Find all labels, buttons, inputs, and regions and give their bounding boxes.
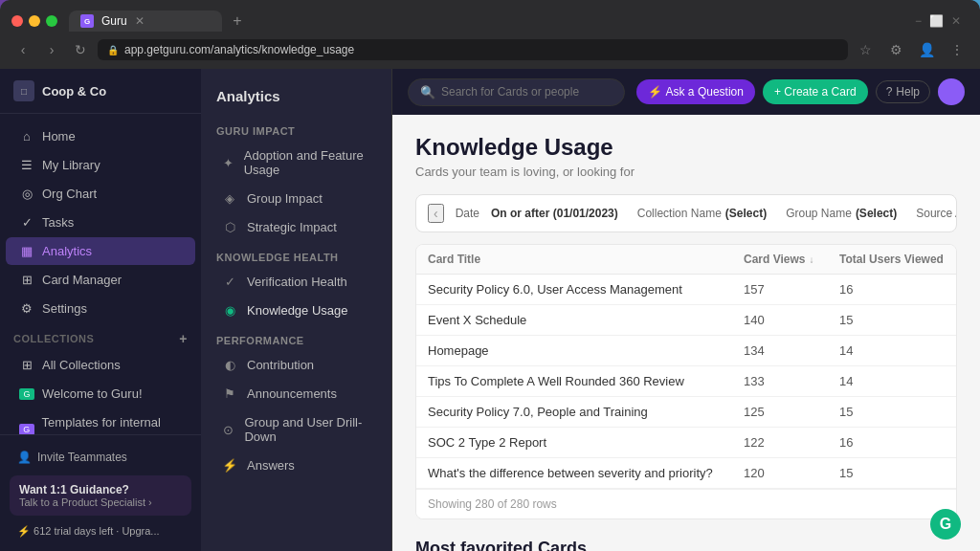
- sidebar-item-templates[interactable]: G Templates for internal co...: [6, 408, 195, 434]
- most-favorited-section: Most favorited Cards See which cards you…: [415, 539, 957, 551]
- mega-item-verification-health[interactable]: ✓ Verification Health: [207, 268, 386, 296]
- window-restore-icon[interactable]: ⬜: [929, 14, 944, 28]
- org-logo: □: [13, 80, 34, 101]
- col-total-users: Total Users Viewed: [839, 253, 945, 266]
- mega-item-announcements[interactable]: ⚑ Announcements: [207, 380, 386, 408]
- lightning-icon: ⚡: [17, 525, 31, 537]
- col-card-views[interactable]: Card Views ↓: [744, 253, 839, 266]
- user-avatar[interactable]: [938, 78, 965, 105]
- invite-teammates-btn[interactable]: 👤 Invite Teammates: [10, 445, 191, 470]
- table-row[interactable]: What's the difference between severity a…: [416, 458, 956, 489]
- row-0-views: 157: [744, 282, 839, 297]
- sidebar-item-home[interactable]: ⌂ Home: [6, 122, 195, 150]
- filter-source-app[interactable]: Source Application (Select): [908, 203, 957, 224]
- new-tab-btn[interactable]: +: [226, 10, 249, 33]
- close-btn[interactable]: [11, 15, 23, 27]
- org-chart-icon: ◎: [19, 187, 34, 201]
- verification-health-label: Verification Health: [247, 275, 347, 289]
- address-bar[interactable]: 🔒 app.getguru.com/analytics/knowledge_us…: [98, 39, 848, 60]
- ask-question-btn[interactable]: ⚡ Ask a Question: [636, 79, 755, 104]
- guru-impact-group-title: Guru Impact: [201, 116, 391, 141]
- card-manager-icon: ⊞: [19, 273, 34, 287]
- mega-item-answers[interactable]: ⚡ Answers: [207, 452, 386, 479]
- traffic-lights: [11, 15, 57, 27]
- add-collection-btn[interactable]: +: [179, 331, 188, 346]
- sort-icon: ↓: [809, 254, 813, 265]
- minimize-btn[interactable]: [29, 15, 40, 27]
- help-btn[interactable]: ? Help: [876, 80, 930, 103]
- sidebar-header: □ Coop & Co: [0, 69, 201, 114]
- mega-item-knowledge-usage[interactable]: ◉ Knowledge Usage: [207, 297, 386, 324]
- window-minimize-icon[interactable]: −: [915, 14, 922, 28]
- row-5-views: 122: [744, 435, 839, 450]
- sidebar-item-all-collections[interactable]: ⊞ All Collections: [6, 351, 195, 379]
- mega-item-contribution[interactable]: ◐ Contribution: [207, 351, 386, 379]
- settings-icon: ⚙: [19, 301, 34, 316]
- sidebar-item-home-label: Home: [42, 129, 76, 143]
- tab-title: Guru: [101, 14, 127, 28]
- filter-collection[interactable]: Collection Name (Select): [630, 203, 774, 224]
- table-row[interactable]: Homepage 134 14: [416, 336, 956, 366]
- sidebar-item-settings-label: Settings: [42, 301, 87, 316]
- more-icon[interactable]: ⋮: [946, 38, 969, 61]
- table-footer: Showing 280 of 280 rows: [416, 489, 956, 518]
- sidebar-item-card-manager[interactable]: ⊞ Card Manager: [6, 266, 195, 294]
- tab-close-icon[interactable]: ✕: [135, 14, 145, 28]
- guru-floating-icon[interactable]: G: [930, 509, 961, 540]
- url-text: app.getguru.com/analytics/knowledge_usag…: [124, 43, 354, 56]
- row-0-title: Security Policy 6.0, User Access Managem…: [428, 282, 744, 297]
- window-close-icon[interactable]: ✕: [951, 14, 961, 28]
- sidebar-item-analytics[interactable]: ▦ Analytics: [6, 237, 195, 265]
- profile-icon[interactable]: 👤: [915, 38, 938, 61]
- mega-item-group-user-drill[interactable]: ⊙ Group and User Drill-Down: [207, 408, 386, 451]
- invite-icon: 👤: [17, 451, 32, 464]
- collections-section-header: Collections +: [0, 323, 201, 350]
- row-5-users: 16: [839, 435, 945, 450]
- row-4-title: Security Policy 7.0, People and Training: [428, 405, 744, 419]
- filter-prev-btn[interactable]: ‹: [428, 204, 444, 223]
- sidebar-item-welcome-guru[interactable]: G Welcome to Guru!: [6, 380, 195, 408]
- knowledge-usage-table: Card Title Card Views ↓ Total Users View…: [415, 244, 957, 519]
- guidance-card[interactable]: Want 1:1 Guidance? Talk to a Product Spe…: [10, 475, 191, 516]
- page-title: Knowledge Usage: [415, 134, 957, 161]
- contribution-label: Contribution: [247, 358, 314, 372]
- app-container: □ Coop & Co ⌂ Home ☰ My Library ◎ Org Ch…: [0, 69, 980, 551]
- search-bar[interactable]: 🔍 Search for Cards or people: [408, 78, 625, 106]
- announcements-icon: ⚑: [222, 386, 237, 401]
- sidebar-item-org-chart[interactable]: ◎ Org Chart: [6, 180, 195, 208]
- active-tab[interactable]: G Guru ✕: [69, 11, 222, 32]
- table-row[interactable]: SOC 2 Type 2 Report 122 16: [416, 428, 956, 458]
- sidebar-item-tasks[interactable]: ✓ Tasks: [6, 209, 195, 236]
- trial-banner: ⚡ 612 trial days left · Upgra...: [10, 521, 191, 541]
- table-row[interactable]: Tips To Complete A Well Rounded 360 Revi…: [416, 366, 956, 397]
- forward-btn[interactable]: ›: [40, 38, 63, 61]
- filter-group[interactable]: Group Name (Select): [778, 203, 904, 224]
- reload-btn[interactable]: ↻: [69, 38, 92, 61]
- table-row[interactable]: Security Policy 7.0, People and Training…: [416, 397, 956, 428]
- filter-group-label: Group Name: [786, 207, 852, 220]
- mega-item-group-impact[interactable]: ◈ Group Impact: [207, 185, 386, 212]
- sidebar-item-org-chart-label: Org Chart: [42, 187, 97, 201]
- mega-item-adoption[interactable]: ✦ Adoption and Feature Usage: [207, 142, 386, 184]
- bookmark-icon[interactable]: ☆: [854, 38, 877, 61]
- row-2-title: Homepage: [428, 343, 744, 358]
- library-icon: ☰: [19, 158, 34, 172]
- filter-date[interactable]: Date On or after (01/01/2023): [448, 203, 626, 224]
- sidebar-item-my-library[interactable]: ☰ My Library: [6, 151, 195, 179]
- mega-item-strategic-impact[interactable]: ⬡ Strategic Impact: [207, 213, 386, 241]
- col-card-title: Card Title: [428, 253, 744, 266]
- filter-row: ‹ Date On or after (01/01/2023) Collecti…: [416, 195, 956, 231]
- templates-icon: G: [19, 424, 34, 434]
- row-1-views: 140: [744, 313, 839, 327]
- back-btn[interactable]: ‹: [11, 38, 34, 61]
- maximize-btn[interactable]: [46, 15, 57, 27]
- row-4-users: 15: [839, 405, 945, 419]
- sidebar-item-settings[interactable]: ⚙ Settings: [6, 295, 195, 322]
- extensions-icon[interactable]: ⚙: [884, 38, 907, 61]
- create-card-btn[interactable]: + Create a Card: [763, 79, 868, 104]
- mega-menu-title: Analytics: [201, 84, 391, 116]
- tasks-icon: ✓: [19, 215, 34, 230]
- table-row[interactable]: Security Policy 6.0, User Access Managem…: [416, 275, 956, 305]
- table-row[interactable]: Event X Schedule 140 15: [416, 305, 956, 336]
- browser-titlebar: G Guru ✕ + − ⬜ ✕: [0, 0, 980, 34]
